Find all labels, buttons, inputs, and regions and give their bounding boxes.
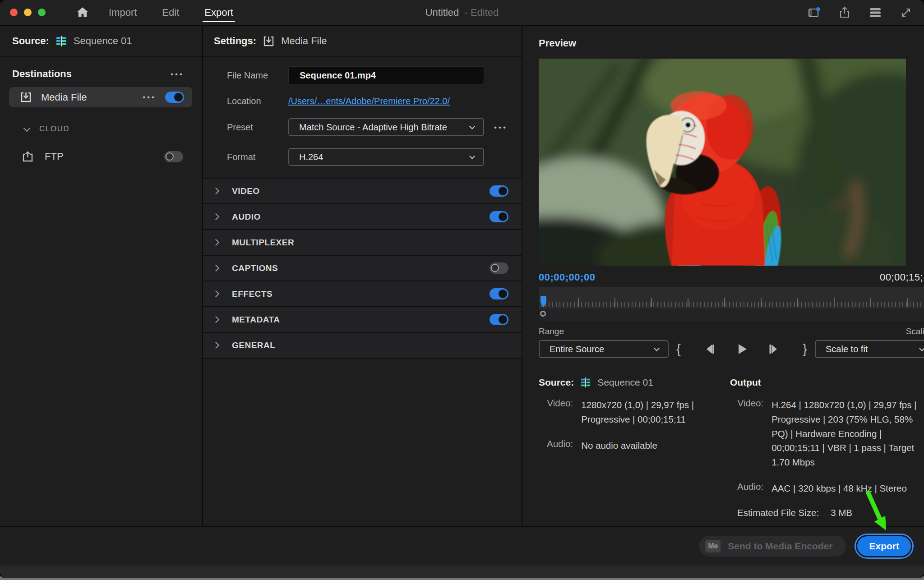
bottom-action-bar: Me Send to Media Encoder Export [0,526,924,566]
media-file-toggle[interactable] [165,92,184,103]
section-video[interactable]: VIDEO [203,179,522,204]
output-audio-value: AAC | 320 kbps | 48 kHz | Stereo [772,481,922,496]
chevron-right-icon [213,342,220,349]
cloud-group-header[interactable]: CLOUD [0,120,202,138]
destination-ftp[interactable]: FTP [0,146,202,167]
workspace-panel-button[interactable] [807,5,821,20]
chevron-down-icon [919,345,924,351]
video-toggle[interactable] [490,185,508,197]
fullscreen-button[interactable] [899,5,913,20]
location-label: Location [203,96,288,106]
format-label: Format [203,152,288,162]
step-forward-button[interactable] [763,340,783,358]
chevron-down-icon [469,124,475,129]
close-window-button[interactable] [10,9,18,16]
destination-media-file[interactable]: Media File ••• [9,87,192,107]
range-select[interactable]: Entire Source [539,340,669,358]
chevron-right-icon [213,290,220,298]
export-settings-panel: Settings: Media File File Name Location [203,26,522,526]
range-label: Range [539,327,564,336]
source-audio-label: Audio: [547,438,573,453]
estimated-file-size: Estimated File Size: 3 MB [730,507,924,518]
captions-toggle[interactable] [490,262,508,274]
effects-toggle[interactable] [490,288,508,299]
output-video-label: Video: [737,398,763,470]
chevron-down-icon [23,124,31,132]
source-value: Sequence 01 [74,35,132,47]
play-button[interactable] [732,340,752,358]
ftp-toggle[interactable] [164,151,183,162]
transport-controls: { [669,340,815,358]
tab-export[interactable]: Export [203,1,234,24]
video-preview [539,59,906,266]
window-bottom-strip [0,566,924,578]
preset-select[interactable]: Match Source - Adaptive High Bitrate [288,118,484,136]
tab-import[interactable]: Import [108,1,138,24]
timeline-ruler[interactable] [539,287,924,308]
section-multiplexer[interactable]: MULTIPLEXER [203,230,522,256]
preview-title: Preview [539,37,924,49]
parrot-video-still [539,59,906,266]
media-file-menu-button[interactable]: ••• [143,93,156,101]
current-timecode[interactable]: 00;00;00;00 [539,272,595,283]
audio-toggle[interactable] [490,211,508,222]
home-button[interactable] [75,6,90,19]
chevron-right-icon [213,239,220,246]
preview-panel: Preview [522,26,924,526]
settings-form: File Name Location /Users/…ents/Adobe/Pr… [203,57,522,166]
download-into-tray-icon [263,35,275,47]
section-metadata[interactable]: METADATA [203,307,522,333]
section-captions[interactable]: CAPTIONS [203,256,522,281]
format-select[interactable]: H.264 [288,148,484,166]
section-general[interactable]: GENERAL [203,333,522,359]
minimize-window-button[interactable] [24,9,32,16]
chevron-down-icon [469,153,475,159]
set-out-point-button[interactable]: } [795,340,815,358]
step-back-button[interactable] [700,340,720,358]
source-video-value: 1280x720 (1,0) | 29,97 fps | Progressive… [581,398,695,427]
destinations-title: Destinations [12,68,72,80]
set-in-point-button[interactable]: { [669,340,688,358]
sequence-icon [55,35,67,47]
chevron-right-icon [213,265,220,272]
source-info-name: Sequence 01 [597,377,653,388]
export-button[interactable]: Export [856,535,912,557]
fullscreen-icon [899,5,913,20]
timecode-row: 00;00;00;00 00;00;15;11 [539,272,924,283]
out-bracket-icon: } [803,342,807,356]
metadata-toggle[interactable] [490,314,508,325]
destinations-header: Destinations ••• [0,68,202,80]
destinations-menu-button[interactable]: ••• [171,70,184,78]
total-timecode: 00;00;15;11 [880,272,924,283]
premiere-export-window: Import Edit Export Untitled - Edited [0,0,924,578]
zoom-window-button[interactable] [38,9,46,16]
location-link[interactable]: /Users/…ents/Adobe/Premiere Pro/22.0/ [288,96,450,106]
cloud-group-label: CLOUD [39,124,69,133]
destinations-sidebar: Source: Sequence 01 Destinations ••• [0,26,203,526]
output-info: Output Video: H.264 | 1280x720 (1,0) | 2… [730,377,924,518]
media-encoder-icon: Me [705,540,721,552]
render-queue-button[interactable] [868,5,882,20]
screen: Import Edit Export Untitled - Edited [0,0,924,580]
source-audio-value: No audio available [581,438,695,453]
settings-sections: VIDEO AUDIO MULTIPLEXER CAPTIONS [203,178,522,359]
section-effects[interactable]: EFFECTS [203,281,522,307]
titlebar: Import Edit Export Untitled - Edited [0,0,924,26]
section-audio[interactable]: AUDIO [203,204,522,230]
download-into-tray-icon [20,91,32,103]
file-name-input[interactable] [288,66,484,84]
in-point-handle[interactable] [540,311,546,317]
output-video-value: H.264 | 1280x720 (1,0) | 29,97 fps | Pro… [772,398,922,470]
notification-dot [816,7,820,11]
in-bracket-icon: { [676,342,681,356]
send-to-media-encoder-button[interactable]: Me Send to Media Encoder [699,536,846,557]
chevron-right-icon [213,213,220,221]
scaling-select[interactable]: Scale to fit [815,340,924,358]
trim-bar[interactable] [539,308,924,321]
preset-label: Preset [203,122,288,133]
estimate-value: 3 MB [831,507,852,518]
ruler-major-ticks [541,298,924,307]
quick-share-button[interactable] [837,5,852,20]
preset-menu-button[interactable]: ••• [494,124,508,131]
tab-edit[interactable]: Edit [161,1,180,24]
